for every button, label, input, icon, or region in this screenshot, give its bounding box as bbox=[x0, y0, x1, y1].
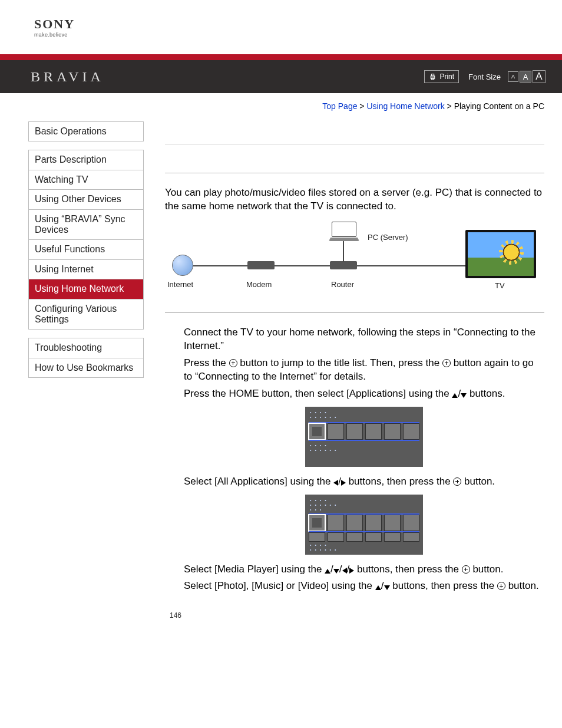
sidebar-nav: Basic Operations Parts Description Watch… bbox=[28, 121, 144, 386]
svg-rect-1 bbox=[432, 74, 434, 75]
left-arrow-icon bbox=[342, 568, 347, 574]
nav-troubleshooting[interactable]: Troubleshooting bbox=[29, 338, 143, 357]
enter-icon bbox=[453, 477, 461, 486]
diagram-label-modem: Modem bbox=[246, 279, 272, 290]
menu-screenshot-1: • • • •• • • • • • • • • •• • • • • • bbox=[305, 407, 423, 467]
breadcrumb-current: Playing Content on a PC bbox=[454, 101, 544, 111]
breadcrumb: Top Page > Using Home Network > Playing … bbox=[0, 93, 562, 121]
product-logo: BRAVIA bbox=[31, 69, 424, 85]
step-connect: Connect the TV to your home network, fol… bbox=[184, 326, 544, 353]
nav-using-other-devices[interactable]: Using Other Devices bbox=[29, 189, 143, 209]
laptop-icon bbox=[329, 222, 359, 242]
divider bbox=[165, 173, 544, 173]
brand-tagline: make.believe bbox=[34, 32, 562, 38]
up-arrow-icon bbox=[325, 569, 330, 574]
font-size-medium-button[interactable]: A bbox=[520, 71, 531, 83]
diagram-label-router: Router bbox=[331, 279, 354, 290]
breadcrumb-sep: > bbox=[447, 101, 452, 111]
header-bar: BRAVIA Print Font Size A A A bbox=[0, 60, 562, 93]
right-arrow-icon bbox=[341, 480, 346, 486]
down-arrow-icon bbox=[384, 585, 390, 590]
diagram-label-internet: Internet bbox=[167, 279, 193, 290]
globe-icon bbox=[172, 255, 193, 276]
up-arrow-icon bbox=[452, 393, 458, 398]
nav-using-home-network[interactable]: Using Home Network bbox=[29, 279, 143, 298]
nav-useful-functions[interactable]: Useful Functions bbox=[29, 239, 143, 259]
enter-icon bbox=[442, 359, 451, 367]
step-media-player: Select [Media Player] using the /// butt… bbox=[184, 563, 544, 577]
nav-basic-operations[interactable]: Basic Operations bbox=[29, 122, 143, 141]
divider bbox=[165, 144, 544, 144]
breadcrumb-top-link[interactable]: Top Page bbox=[322, 101, 357, 111]
up-arrow-icon bbox=[375, 585, 381, 590]
left-arrow-icon bbox=[333, 480, 338, 486]
nav-group-2: Parts Description Watching TV Using Othe… bbox=[28, 150, 144, 330]
brand-name: SONY bbox=[34, 17, 562, 32]
content-area: You can play photo/music/video files sto… bbox=[144, 121, 562, 621]
enter-icon bbox=[229, 359, 237, 367]
network-diagram: Internet Modem Router PC (Server) TV bbox=[165, 223, 544, 299]
down-arrow-icon bbox=[333, 569, 339, 574]
print-button[interactable]: Print bbox=[424, 70, 459, 83]
enter-icon bbox=[462, 565, 470, 574]
page-number: 146 bbox=[170, 611, 544, 620]
nav-bravia-sync[interactable]: Using “BRAVIA” Sync Devices bbox=[29, 209, 143, 240]
red-accent-bar bbox=[0, 54, 562, 60]
step-all-applications: Select [All Applications] using the / bu… bbox=[184, 475, 544, 489]
step-select-media-type: Select [Photo], [Music] or [Video] using… bbox=[184, 579, 544, 593]
down-arrow-icon bbox=[461, 393, 467, 398]
tv-icon bbox=[465, 230, 536, 278]
breadcrumb-section-link[interactable]: Using Home Network bbox=[366, 101, 444, 111]
step-home-applications: Press the HOME button, then select [Appl… bbox=[184, 387, 544, 401]
font-size-small-button[interactable]: A bbox=[508, 71, 518, 82]
menu-screenshot-2: • • • •• • • • • •• • • • • • •• • • • •… bbox=[305, 495, 423, 555]
brand-logo-area: SONY make.believe bbox=[0, 0, 562, 54]
diagram-label-tv: TV bbox=[495, 281, 505, 291]
nav-using-internet[interactable]: Using Internet bbox=[29, 259, 143, 279]
modem-icon bbox=[247, 261, 275, 269]
router-icon bbox=[330, 261, 357, 269]
enter-icon bbox=[497, 582, 505, 590]
font-size-large-button[interactable]: A bbox=[533, 70, 546, 83]
nav-bookmarks[interactable]: How to Use Bookmarks bbox=[29, 358, 143, 377]
font-size-label: Font Size bbox=[468, 73, 501, 81]
print-icon bbox=[429, 73, 437, 81]
diagram-label-pc: PC (Server) bbox=[368, 232, 408, 243]
breadcrumb-sep: > bbox=[359, 101, 364, 111]
nav-group-3: Troubleshooting How to Use Bookmarks bbox=[28, 338, 144, 378]
nav-group-1: Basic Operations bbox=[28, 121, 144, 141]
nav-parts-description[interactable]: Parts Description bbox=[29, 150, 143, 169]
nav-configuring-settings[interactable]: Configuring Various Settings bbox=[29, 299, 143, 330]
print-label: Print bbox=[439, 73, 454, 81]
step-press-enter: Press the button to jump to the title li… bbox=[184, 357, 544, 384]
nav-watching-tv[interactable]: Watching TV bbox=[29, 170, 143, 189]
intro-text: You can play photo/music/video files sto… bbox=[165, 186, 544, 213]
divider bbox=[165, 312, 544, 313]
